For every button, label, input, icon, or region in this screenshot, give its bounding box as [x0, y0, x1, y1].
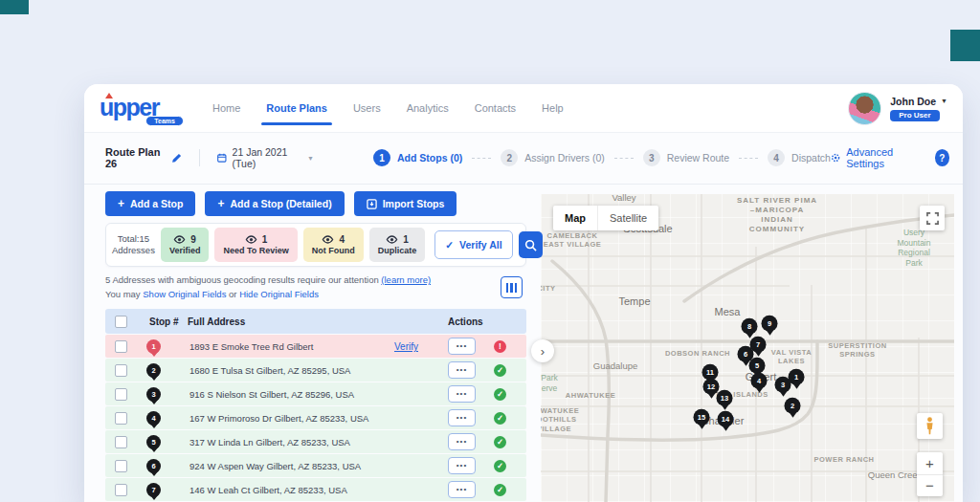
user-name: John Doe ▼ [890, 96, 947, 107]
stop-pin-icon: 7 [146, 483, 161, 497]
satellite-view-button[interactable]: Satellite [597, 206, 658, 230]
hide-original-fields-link[interactable]: Hide Original Fields [239, 289, 319, 299]
row-actions-button[interactable]: ••• [448, 457, 476, 474]
verify-all-button[interactable]: ✓ Verify All [434, 230, 512, 259]
stop-address: 924 W Aspen Way Gilbert, AZ 85233, USA [188, 461, 394, 471]
step-connector [614, 158, 634, 159]
show-original-fields-link[interactable]: Show Original Fields [143, 289, 226, 299]
step-assign-drivers-0[interactable]: 2Assign Drivers (0) [501, 149, 604, 166]
row-actions-button[interactable]: ••• [448, 481, 476, 498]
panel-collapse-button[interactable]: › [531, 339, 554, 362]
help-button[interactable]: ? [935, 149, 950, 166]
status-badges: 9Verified1Need To Review4Not Found1Dupli… [161, 228, 425, 262]
logo-teams-badge: Teams [145, 116, 184, 126]
map-stop-marker-12[interactable]: 12 [703, 379, 720, 395]
row-actions-button[interactable]: ••• [448, 361, 476, 379]
zoom-out-button[interactable]: − [917, 475, 943, 497]
import-stops-button[interactable]: Import Stops [354, 191, 457, 216]
stop-pin-icon: 2 [146, 363, 161, 378]
fullscreen-button[interactable] [920, 206, 945, 230]
map-stop-marker-15[interactable]: 15 [694, 409, 710, 426]
map-stop-marker-4[interactable]: 4 [751, 373, 768, 389]
zoom-in-button[interactable]: + [917, 452, 943, 475]
row-checkbox[interactable] [115, 412, 127, 425]
row-actions-button[interactable]: ••• [448, 409, 476, 426]
nav-item-help[interactable]: Help [542, 84, 564, 132]
nav-item-route-plans[interactable]: Route Plans [266, 84, 327, 132]
table-row: 11893 E Smoke Tree Rd GilbertVerify•••! [105, 335, 526, 358]
verified-status-icon: ✓ [494, 436, 506, 448]
row-checkbox[interactable] [115, 340, 127, 353]
verified-status-icon: ✓ [494, 460, 506, 472]
badge-count: 1 [262, 234, 268, 245]
map-stop-marker-9[interactable]: 9 [762, 316, 778, 332]
nav-item-users[interactable]: Users [353, 84, 381, 132]
add-stop-detailed-button[interactable]: + Add a Stop (Detailed) [205, 191, 344, 216]
route-plan-name: Route Plan 26 [105, 146, 164, 169]
row-checkbox[interactable] [115, 484, 127, 496]
chevron-down-icon: ▼ [307, 155, 314, 162]
address-stats-bar: Total:15 Addresses 9Verified1Need To Rev… [105, 223, 526, 267]
column-settings-button[interactable] [501, 276, 523, 298]
verified-status-icon: ✓ [494, 388, 506, 401]
eye-icon [245, 235, 257, 244]
status-badge-duplicate[interactable]: 1Duplicate [369, 228, 426, 262]
stop-address: 1680 E Tulsa St Gilbert, AZ 85295, USA [188, 365, 394, 376]
step-review-route[interactable]: 3Review Route [643, 149, 729, 166]
map-stop-marker-5[interactable]: 5 [749, 358, 766, 374]
decorative-square-top-left [0, 0, 29, 14]
verified-status-icon: ✓ [494, 412, 506, 425]
stop-address: 916 S Nielson St Gilbert, AZ 85296, USA [188, 389, 394, 400]
nav-item-analytics[interactable]: Analytics [407, 84, 449, 132]
check-icon: ✓ [445, 239, 454, 251]
learn-more-link[interactable]: (learn more) [381, 274, 431, 285]
chevron-down-icon: ▼ [941, 98, 947, 104]
advanced-settings-link[interactable]: Advanced Settings [831, 146, 922, 169]
row-actions-button[interactable]: ••• [448, 338, 476, 355]
status-badge-verified[interactable]: 9Verified [161, 228, 210, 262]
map-canvas[interactable]: ValleySALT RIVER PIMA –MARICOPA INDIAN C… [541, 194, 954, 502]
row-checkbox[interactable] [115, 364, 127, 377]
row-checkbox[interactable] [115, 460, 127, 472]
add-stop-button[interactable]: + Add a Stop [105, 191, 195, 216]
user-menu[interactable]: John Doe ▼ Pro User [848, 92, 947, 125]
actions-column-header: Actions [448, 316, 494, 327]
row-checkbox[interactable] [115, 436, 127, 448]
select-all-checkbox[interactable] [115, 316, 127, 328]
step-dispatch[interactable]: 4Dispatch [768, 149, 831, 166]
app-window: upper Teams HomeRoute PlansUsersAnalytic… [84, 84, 963, 502]
map-stop-marker-2[interactable]: 2 [785, 398, 801, 414]
search-button[interactable] [519, 231, 543, 258]
edit-plan-name-button[interactable] [171, 153, 182, 164]
step-label: Add Stops (0) [397, 152, 462, 164]
row-checkbox[interactable] [115, 388, 127, 401]
map-stop-marker-8[interactable]: 8 [742, 318, 758, 335]
zoom-control: + − [917, 452, 943, 496]
row-actions-button[interactable]: ••• [448, 385, 476, 403]
calendar-icon [217, 152, 227, 164]
status-badge-not-found[interactable]: 4Not Found [303, 228, 364, 262]
map-view-button[interactable]: Map [553, 206, 597, 230]
stop-pin-icon: 1 [146, 339, 161, 354]
date-picker[interactable]: 21 Jan 2021 (Tue) ▼ [217, 146, 314, 169]
table-header-row: Stop # Full Address Actions [105, 309, 526, 334]
step-add-stops-0[interactable]: 1Add Stops (0) [373, 149, 462, 166]
table-row: 3916 S Nielson St Gilbert, AZ 85296, USA… [105, 382, 526, 405]
map-stop-marker-14[interactable]: 14 [718, 411, 734, 427]
table-body: 11893 E Smoke Tree Rd GilbertVerify•••!2… [105, 335, 526, 502]
row-actions-button[interactable]: ••• [448, 433, 476, 450]
upper-logo[interactable]: upper Teams [100, 91, 180, 125]
avatar [848, 92, 881, 125]
map-stop-marker-3[interactable]: 3 [775, 377, 791, 393]
plan-bar: Route Plan 26 21 Jan 2021 (Tue) ▼ 1Add S… [84, 132, 963, 185]
map-stop-marker-13[interactable]: 13 [717, 390, 733, 406]
nav-item-contacts[interactable]: Contacts [475, 84, 516, 132]
verify-link[interactable]: Verify [394, 341, 448, 352]
pro-user-badge: Pro User [890, 110, 939, 121]
nav-item-home[interactable]: Home [212, 84, 240, 132]
notice-text: 5 Addresses with ambiguous geocoding res… [105, 273, 431, 301]
status-badge-need-to-review[interactable]: 1Need To Review [214, 228, 297, 262]
pegman-button[interactable] [917, 413, 943, 439]
gear-icon [831, 152, 840, 164]
plan-date: 21 Jan 2021 (Tue) [233, 146, 299, 169]
